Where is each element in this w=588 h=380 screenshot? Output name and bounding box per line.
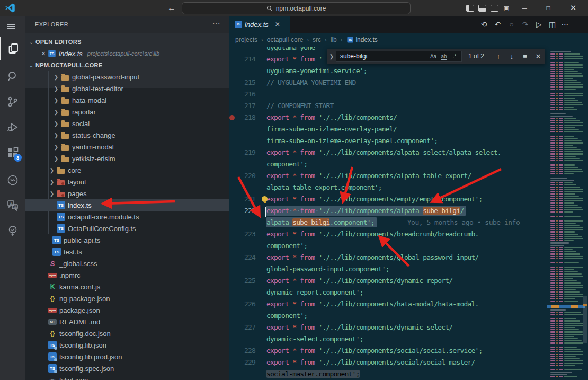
sidebar-item-extensions[interactable]: 3 bbox=[0, 141, 25, 164]
tree-item-global-password-input[interactable]: ❯global-password-input bbox=[25, 71, 229, 83]
tree-item-test.ts[interactable]: TStest.ts bbox=[25, 246, 229, 258]
minimize-button[interactable]: ─ bbox=[515, 0, 533, 16]
line-number[interactable]: 227 bbox=[229, 322, 255, 333]
tree-item-tsconfig.lib.json[interactable]: TStsconfig.lib.json bbox=[25, 339, 229, 351]
regex-icon[interactable]: .* bbox=[450, 52, 459, 61]
sidebar-item-wave-extension[interactable] bbox=[0, 169, 25, 192]
editor-scrollbar[interactable] bbox=[583, 296, 587, 343]
change-circle-icon[interactable]: ○ bbox=[505, 16, 518, 33]
open-editor-item[interactable]: ✕ TS index.ts projects\octapull-core\src… bbox=[25, 48, 229, 59]
line-number[interactable]: 215 bbox=[229, 77, 255, 89]
lightbulb-icon[interactable] bbox=[262, 196, 268, 202]
customize-layout-icon[interactable]: ▣ bbox=[502, 3, 511, 13]
tree-item-index.ts[interactable]: TSindex.ts bbox=[25, 199, 229, 211]
tree-item-raporlar[interactable]: ❯raporlar bbox=[25, 106, 229, 118]
sidebar-item-run-and-debug[interactable] bbox=[0, 116, 25, 139]
tree-item-karma.conf.js[interactable]: Kkarma.conf.js bbox=[25, 281, 229, 293]
open-editors-header[interactable]: ⌄ OPEN EDITORS bbox=[25, 36, 229, 48]
tree-item-layout[interactable]: ❯layout bbox=[25, 176, 229, 188]
wave-circle-icon bbox=[6, 174, 19, 187]
tree-item-OctaPullCoreConfig.ts[interactable]: TSOctaPullCoreConfig.ts bbox=[25, 223, 229, 234]
run-file-icon[interactable]: ▷ bbox=[532, 16, 546, 33]
editor-more-actions-icon[interactable]: ⋯ bbox=[558, 16, 572, 33]
tree-item-yetkisiz-erisim[interactable]: ❯yetkisiz-erisim bbox=[25, 153, 229, 164]
line-number[interactable]: 214 bbox=[229, 54, 255, 65]
line-number[interactable]: 223 bbox=[229, 228, 255, 240]
tree-item-global-text-editor[interactable]: ❯global-text-editor bbox=[25, 83, 229, 94]
toggle-secondary-sidebar-icon[interactable] bbox=[489, 3, 499, 13]
line-number[interactable]: 221 bbox=[229, 193, 255, 205]
breadcrumb-item[interactable]: lib bbox=[331, 36, 337, 43]
folder-icon bbox=[60, 97, 70, 104]
tree-item-.npmrc[interactable]: npm.npmrc bbox=[25, 269, 229, 281]
tree-item-tslint.json[interactable]: {ts}tslint.json bbox=[25, 374, 229, 380]
toggle-replace-icon[interactable]: ❯ bbox=[327, 54, 336, 59]
line-number[interactable]: 226 bbox=[229, 298, 255, 310]
sidebar-item-search[interactable] bbox=[0, 65, 25, 88]
next-match-icon[interactable]: ↓ bbox=[506, 51, 518, 62]
split-editor-icon[interactable]: ◫ bbox=[546, 16, 559, 33]
breadcrumb-item[interactable]: src bbox=[313, 36, 321, 43]
tree-item-octapull-core.module.ts[interactable]: TSoctapull-core.module.ts bbox=[25, 211, 229, 223]
md-icon: M↓ bbox=[48, 319, 57, 325]
breadcrumb-item[interactable]: octapull-core bbox=[267, 36, 304, 43]
timeline-history-icon[interactable]: ⟲ bbox=[477, 16, 491, 33]
match-case-icon[interactable]: Aa bbox=[429, 52, 438, 61]
line-number[interactable]: 217 bbox=[229, 100, 255, 112]
tree-item-pages[interactable]: ❯pages bbox=[25, 188, 229, 199]
tree-item-social[interactable]: ❯social bbox=[25, 118, 229, 129]
command-center-search[interactable]: npm.octapull.core bbox=[182, 2, 411, 14]
sidebar-item-i18n-extension[interactable]: A字 bbox=[0, 194, 25, 217]
breadcrumb-item-file[interactable]: index.ts bbox=[355, 36, 377, 43]
application-menu-icon[interactable] bbox=[0, 20, 25, 36]
line-number[interactable]: 228 bbox=[229, 345, 255, 357]
close-window-button[interactable]: ✕ bbox=[564, 0, 582, 16]
close-find-icon[interactable]: ✕ bbox=[532, 51, 544, 62]
find-input[interactable]: sube-bilgi Aa ab .* bbox=[336, 51, 462, 62]
tree-item-yardim-modal[interactable]: ❯yardim-modal bbox=[25, 141, 229, 153]
code-line-229-wrap: social-master.component'; bbox=[266, 368, 360, 380]
breakpoint-icon[interactable] bbox=[229, 115, 235, 120]
maximize-button[interactable]: □ bbox=[539, 0, 557, 16]
line-number[interactable]: 222 bbox=[229, 205, 255, 217]
toggle-sidebar-icon[interactable] bbox=[465, 3, 475, 13]
line-number[interactable]: 225 bbox=[229, 275, 255, 287]
tree-item-tsconfig.spec.json[interactable]: TStsconfig.spec.json bbox=[25, 363, 229, 374]
tree-item-status-change[interactable]: ❯status-change bbox=[25, 129, 229, 141]
whole-word-icon[interactable]: ab bbox=[439, 52, 449, 61]
line-number[interactable]: 220 bbox=[229, 170, 255, 182]
code-wrap-row: uygulama-yone bbox=[266, 47, 315, 54]
sidebar-item-explorer[interactable] bbox=[0, 37, 26, 60]
tree-item-README.md[interactable]: M↓README.md bbox=[25, 316, 229, 328]
history-back-button[interactable]: ← bbox=[166, 2, 177, 14]
project-section-header[interactable]: ⌄ NPM.OCTAPULL.CORE bbox=[25, 59, 229, 71]
minimap[interactable] bbox=[549, 47, 583, 380]
line-number[interactable]: 229 bbox=[229, 357, 255, 368]
code-editor[interactable]: uygulama-yone214export * from 'uygulama-… bbox=[229, 47, 588, 380]
sidebar-item-todo-tree[interactable] bbox=[0, 219, 25, 243]
tree-item-ng-package.json[interactable]: {}ng-package.json bbox=[25, 293, 229, 304]
line-number[interactable]: 216 bbox=[229, 89, 255, 100]
line-number[interactable]: 224 bbox=[229, 252, 255, 263]
breadcrumb-item[interactable]: projects bbox=[235, 36, 257, 43]
code-line-214: export * from ' bbox=[266, 54, 322, 65]
tree-item-tsconfig.lib.prod.json[interactable]: TStsconfig.lib.prod.json bbox=[25, 351, 229, 363]
tree-item-core[interactable]: ❯core bbox=[25, 164, 229, 176]
find-in-selection-icon[interactable]: ≡ bbox=[519, 51, 531, 62]
sidebar-item-source-control[interactable] bbox=[0, 90, 25, 113]
toggle-panel-icon[interactable] bbox=[477, 3, 487, 13]
tree-item-hata-modal[interactable]: ❯hata-modal bbox=[25, 94, 229, 106]
next-change-icon[interactable]: ↷ bbox=[519, 16, 532, 33]
previous-change-icon[interactable]: ↶ bbox=[491, 16, 504, 33]
tree-item-_global.scss[interactable]: S_global.scss bbox=[25, 258, 229, 269]
close-tab-icon[interactable]: ✕ bbox=[275, 21, 280, 28]
ts-icon: TS bbox=[52, 236, 61, 244]
close-editor-icon[interactable]: ✕ bbox=[39, 50, 48, 57]
tab-index-ts[interactable]: TS index.ts ✕ bbox=[229, 16, 290, 33]
tree-item-tsconfig.doc.json[interactable]: {}tsconfig.doc.json bbox=[25, 328, 229, 339]
tree-item-public-api.ts[interactable]: TSpublic-api.ts bbox=[25, 234, 229, 246]
previous-match-icon[interactable]: ↑ bbox=[493, 51, 504, 62]
views-more-actions-icon[interactable]: ⋯ bbox=[210, 19, 222, 30]
tree-item-package.json[interactable]: npmpackage.json bbox=[25, 304, 229, 316]
line-number[interactable]: 219 bbox=[229, 147, 255, 158]
